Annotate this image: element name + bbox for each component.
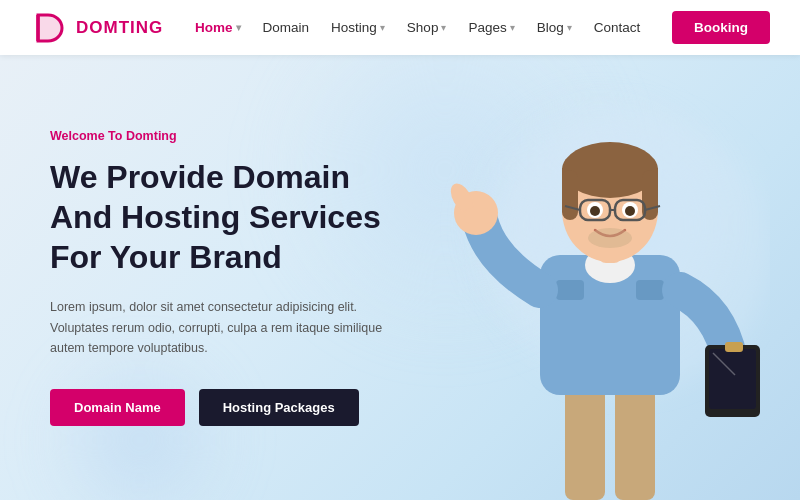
nav-item-contact[interactable]: Contact [594, 20, 641, 35]
chevron-down-icon: ▾ [441, 22, 446, 33]
logo[interactable]: DOMTING [30, 9, 163, 47]
svg-rect-6 [636, 280, 664, 300]
svg-rect-28 [709, 349, 756, 409]
hero-description: Lorem ipsum, dolor sit amet consectetur … [50, 297, 390, 359]
nav-item-shop[interactable]: Shop ▾ [407, 20, 447, 35]
nav-link-pages[interactable]: Pages ▾ [468, 20, 514, 35]
hero-welcome-text: Welcome To Domting [50, 129, 390, 143]
svg-point-21 [590, 206, 600, 216]
nav-link-home[interactable]: Home ▾ [195, 20, 241, 35]
hero-cta-buttons: Domain Name Hosting Packages [50, 389, 390, 426]
svg-point-23 [588, 228, 632, 248]
hero-person-image [450, 70, 770, 500]
svg-rect-5 [556, 280, 584, 300]
svg-rect-12 [562, 170, 578, 220]
nav-item-home[interactable]: Home ▾ [195, 20, 241, 35]
booking-button[interactable]: Booking [672, 11, 770, 44]
hero-title: We Provide Domain And Hosting Services F… [50, 157, 390, 277]
person-svg [450, 70, 770, 500]
nav-item-blog[interactable]: Blog ▾ [537, 20, 572, 35]
chevron-down-icon: ▾ [510, 22, 515, 33]
logo-icon [30, 9, 68, 47]
domain-name-button[interactable]: Domain Name [50, 389, 185, 426]
nav-link-blog[interactable]: Blog ▾ [537, 20, 572, 35]
nav-menu: Home ▾ Domain Hosting ▾ Shop ▾ Pages ▾ [195, 20, 640, 35]
nav-item-domain[interactable]: Domain [263, 20, 310, 35]
nav-link-shop[interactable]: Shop ▾ [407, 20, 447, 35]
svg-point-22 [625, 206, 635, 216]
navbar: DOMTING Home ▾ Domain Hosting ▾ Shop ▾ [0, 0, 800, 55]
chevron-down-icon: ▾ [380, 22, 385, 33]
nav-item-pages[interactable]: Pages ▾ [468, 20, 514, 35]
chevron-down-icon: ▾ [236, 22, 241, 33]
nav-item-hosting[interactable]: Hosting ▾ [331, 20, 385, 35]
svg-rect-30 [725, 342, 743, 352]
svg-rect-3 [615, 380, 655, 500]
nav-link-domain[interactable]: Domain [263, 20, 310, 35]
svg-rect-26 [464, 208, 492, 224]
hero-content: Welcome To Domting We Provide Domain And… [0, 129, 390, 426]
hero-section: Welcome To Domting We Provide Domain And… [0, 55, 800, 500]
hosting-packages-button[interactable]: Hosting Packages [199, 389, 359, 426]
chevron-down-icon: ▾ [567, 22, 572, 33]
svg-rect-2 [565, 380, 605, 500]
nav-link-contact[interactable]: Contact [594, 20, 641, 35]
logo-text: DOMTING [76, 18, 163, 38]
nav-link-hosting[interactable]: Hosting ▾ [331, 20, 385, 35]
